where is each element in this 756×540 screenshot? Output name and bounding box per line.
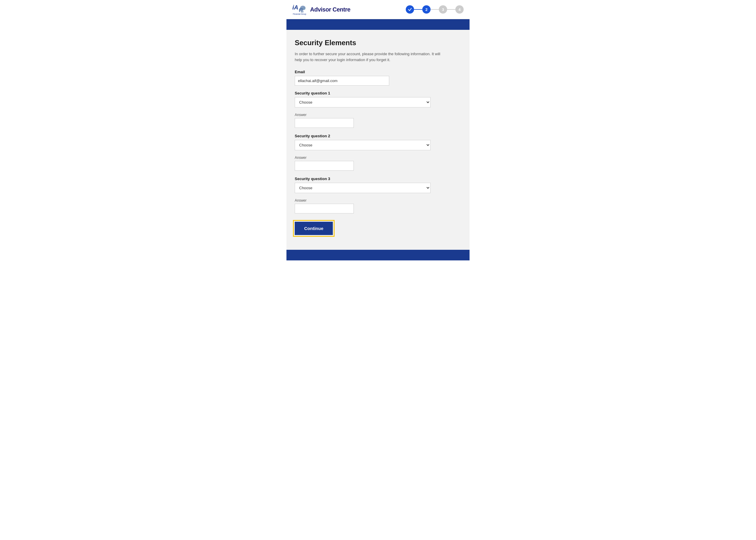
security-q1-answer-input[interactable]: [295, 118, 354, 128]
page-description: In order to further secure your account,…: [295, 51, 442, 63]
continue-button-wrapper: Continue: [295, 222, 461, 235]
logo-area: iA Financial Group Advisor Centre: [292, 4, 350, 15]
security-q3-answer-group: Answer: [295, 199, 461, 213]
progress-stepper: 2 3 4: [406, 5, 464, 14]
svg-rect-3: [301, 11, 302, 13]
step-line-3-4: [447, 9, 455, 10]
security-q2-select[interactable]: Choose In what city were you born? What …: [295, 140, 431, 150]
security-q1-label: Security question 1: [295, 91, 461, 95]
security-q2-answer-label: Answer: [295, 156, 461, 160]
email-group: Email: [295, 70, 461, 85]
security-q2-label: Security question 2: [295, 134, 461, 138]
svg-text:Financial Group: Financial Group: [293, 13, 306, 15]
header: iA Financial Group Advisor Centre 2: [286, 0, 470, 19]
top-banner: [286, 19, 470, 30]
brand-name: Advisor Centre: [310, 6, 350, 13]
step-4: 4: [455, 5, 464, 14]
step-2: 2: [422, 5, 431, 14]
security-q1-group: Security question 1 Choose What is the n…: [295, 91, 461, 107]
security-question-1-section: Security question 1 Choose What is the n…: [295, 91, 461, 128]
ia-logo-icon: iA Financial Group: [292, 4, 307, 15]
email-field[interactable]: [295, 76, 389, 85]
security-q1-answer-group: Answer: [295, 113, 461, 128]
step-1: [406, 5, 414, 14]
security-q2-answer-input[interactable]: [295, 161, 354, 171]
security-q2-group: Security question 2 Choose In what city …: [295, 134, 461, 150]
step-line-1-2: [414, 9, 422, 10]
security-q3-answer-label: Answer: [295, 199, 461, 202]
security-q3-answer-input[interactable]: [295, 204, 354, 213]
security-question-3-section: Security question 3 Choose What street d…: [295, 177, 461, 213]
email-label: Email: [295, 70, 461, 74]
security-q3-group: Security question 3 Choose What street d…: [295, 177, 461, 193]
svg-point-5: [303, 7, 305, 10]
security-q3-label: Security question 3: [295, 177, 461, 181]
bottom-banner: [286, 250, 470, 260]
security-q2-answer-group: Answer: [295, 156, 461, 171]
security-q3-select[interactable]: Choose What street did you grow up on? W…: [295, 183, 431, 193]
main-content: Security Elements In order to further se…: [286, 30, 470, 250]
continue-button[interactable]: Continue: [295, 222, 333, 235]
page-title: Security Elements: [295, 39, 461, 47]
step-3: 3: [439, 5, 447, 14]
step-line-2-3: [431, 9, 439, 10]
svg-rect-4: [302, 11, 304, 13]
svg-text:iA: iA: [292, 4, 298, 11]
security-question-2-section: Security question 2 Choose In what city …: [295, 134, 461, 171]
security-q1-select[interactable]: Choose What is the name of your first pe…: [295, 97, 431, 107]
security-q1-answer-label: Answer: [295, 113, 461, 117]
